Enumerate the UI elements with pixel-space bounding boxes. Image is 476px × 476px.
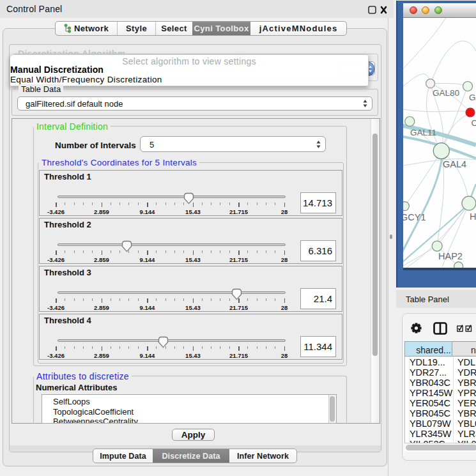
- svg-text:GCY1: GCY1: [403, 212, 426, 222]
- svg-text:GAL80: GAL80: [433, 88, 459, 98]
- svg-text:C: C: [472, 118, 476, 128]
- svg-text:GA: GA: [469, 93, 476, 102]
- svg-text:GAL11: GAL11: [410, 128, 436, 137]
- svg-text:H: H: [470, 211, 476, 222]
- svg-text:HAP2: HAP2: [438, 251, 463, 261]
- svg-text:GAL4: GAL4: [443, 159, 466, 169]
